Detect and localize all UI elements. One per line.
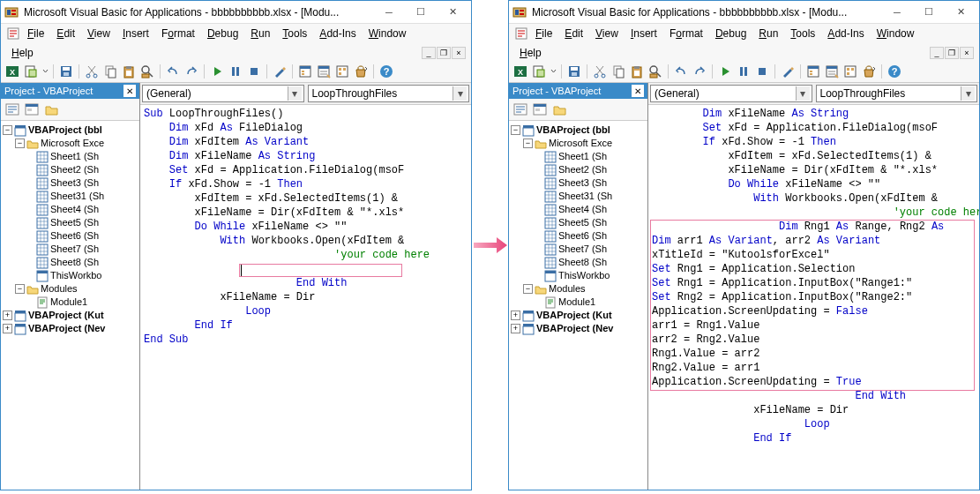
project-panel-close-icon[interactable]: ✕	[632, 85, 644, 97]
expander-icon[interactable]: −	[3, 125, 12, 135]
redo-icon[interactable]	[183, 64, 199, 79]
mdi-restore-button[interactable]: ❐	[945, 47, 959, 59]
project-tree[interactable]: −VBAProject (bbl −Microsoft Exce Sheet1 …	[509, 121, 647, 490]
menu-file[interactable]: File	[530, 26, 557, 41]
find-icon[interactable]	[139, 64, 155, 79]
menu-window[interactable]: Window	[872, 26, 920, 41]
project-panel-close-icon[interactable]: ✕	[123, 85, 136, 97]
break-icon[interactable]	[736, 64, 752, 79]
close-button[interactable]: ✕	[946, 3, 976, 22]
sheet-node[interactable]: Sheet1 (Sh	[3, 150, 138, 163]
sheet-node[interactable]: Sheet5 (Sh	[511, 216, 646, 229]
copy-icon[interactable]	[102, 64, 118, 79]
mdi-restore-button[interactable]: ❐	[437, 47, 451, 59]
mdi-minimize-button[interactable]: _	[422, 47, 436, 59]
cut-icon[interactable]	[592, 64, 608, 79]
expander-icon[interactable]: −	[15, 284, 25, 294]
sheet-node[interactable]: Sheet2 (Sh	[3, 163, 138, 176]
design-mode-icon[interactable]	[272, 64, 288, 79]
menu-run[interactable]: Run	[753, 26, 783, 41]
dropdown-arrow-icon[interactable]	[41, 64, 49, 79]
menu-run[interactable]: Run	[245, 26, 275, 41]
menu-view[interactable]: View	[590, 26, 624, 41]
mdi-close-button[interactable]: ×	[452, 47, 466, 59]
redo-icon[interactable]	[692, 64, 707, 79]
save-icon[interactable]	[566, 64, 582, 79]
view-object-icon[interactable]	[532, 101, 548, 117]
insert-icon[interactable]	[531, 64, 547, 79]
object-dropdown[interactable]: (General)	[650, 85, 812, 102]
object-dropdown[interactable]: (General)	[142, 85, 304, 102]
menu-debug[interactable]: Debug	[710, 26, 752, 41]
copy-icon[interactable]	[610, 64, 626, 79]
object-browser-icon[interactable]	[334, 64, 350, 79]
sheet-node[interactable]: Sheet3 (Sh	[511, 176, 646, 190]
reset-icon[interactable]	[246, 64, 262, 79]
view-excel-icon[interactable]: X	[512, 64, 528, 79]
menu-addins[interactable]: Add-Ins	[314, 26, 361, 41]
paste-icon[interactable]	[121, 64, 137, 79]
menu-view[interactable]: View	[82, 26, 116, 41]
menu-window[interactable]: Window	[363, 26, 412, 41]
toggle-folders-icon[interactable]	[551, 101, 567, 117]
project-explorer-icon[interactable]	[805, 64, 821, 79]
sheet-node[interactable]: Sheet7 (Sh	[3, 243, 138, 256]
code-editor[interactable]: Sub LoopThroughFiles() Dim xFd As FileDi…	[140, 105, 471, 490]
maximize-button[interactable]: ☐	[406, 3, 436, 22]
project-explorer-icon[interactable]	[297, 64, 313, 79]
toolbox-icon[interactable]	[861, 64, 877, 79]
maximize-button[interactable]: ☐	[914, 3, 944, 22]
expander-icon[interactable]: −	[523, 138, 533, 148]
toolbox-icon[interactable]	[353, 64, 369, 79]
menu-edit[interactable]: Edit	[559, 26, 588, 41]
sheet-node[interactable]: Sheet4 (Sh	[3, 203, 138, 216]
sheet-node[interactable]: Sheet5 (Sh	[3, 216, 138, 229]
sheet-node[interactable]: Sheet3 (Sh	[3, 176, 138, 190]
titlebar[interactable]: Microsoft Visual Basic for Applications …	[1, 1, 471, 24]
expander-icon[interactable]: +	[3, 324, 12, 333]
sheet-node[interactable]: Sheet8 (Sh	[511, 256, 646, 269]
menu-insert[interactable]: Insert	[625, 26, 662, 41]
break-icon[interactable]	[228, 64, 243, 79]
save-icon[interactable]	[58, 64, 74, 79]
view-excel-icon[interactable]: X	[4, 64, 20, 79]
expander-icon[interactable]: −	[523, 284, 533, 294]
procedure-dropdown[interactable]: LoopThroughFiles	[816, 85, 978, 102]
reset-icon[interactable]	[754, 64, 770, 79]
project-panel-title[interactable]: Project - VBAProject ✕	[1, 83, 139, 99]
expander-icon[interactable]: −	[511, 125, 520, 135]
run-icon[interactable]	[209, 64, 225, 79]
view-code-icon[interactable]	[4, 101, 20, 117]
menu-tools[interactable]: Tools	[277, 26, 312, 41]
sheet-node[interactable]: Sheet8 (Sh	[3, 256, 138, 269]
expander-icon[interactable]: −	[15, 138, 25, 148]
sheet-node[interactable]: Sheet31 (Sh	[3, 190, 138, 203]
close-button[interactable]: ✕	[438, 3, 468, 22]
dropdown-arrow-icon[interactable]	[550, 64, 557, 79]
titlebar[interactable]: Microsoft Visual Basic for Applications …	[509, 1, 979, 24]
code-editor[interactable]: Dim xFileName As String Set xFd = Applic…	[648, 105, 979, 490]
find-icon[interactable]	[647, 64, 663, 79]
menu-tools[interactable]: Tools	[785, 26, 820, 41]
properties-icon[interactable]	[316, 64, 332, 79]
procedure-dropdown[interactable]: LoopThroughFiles	[308, 85, 470, 102]
view-object-icon[interactable]	[24, 101, 40, 117]
menu-format[interactable]: Format	[156, 26, 200, 41]
view-code-icon[interactable]	[512, 101, 528, 117]
design-mode-icon[interactable]	[780, 64, 796, 79]
undo-icon[interactable]	[673, 64, 689, 79]
undo-icon[interactable]	[165, 64, 181, 79]
menu-debug[interactable]: Debug	[202, 26, 243, 41]
project-panel-title[interactable]: Project - VBAProject ✕	[509, 83, 647, 99]
object-browser-icon[interactable]	[842, 64, 858, 79]
menu-format[interactable]: Format	[664, 26, 708, 41]
cut-icon[interactable]	[84, 64, 100, 79]
expander-icon[interactable]: +	[511, 311, 520, 320]
paste-icon[interactable]	[629, 64, 645, 79]
menu-help[interactable]: Help	[6, 45, 39, 61]
sheet-node[interactable]: Sheet7 (Sh	[511, 243, 646, 256]
menu-file[interactable]: File	[22, 26, 49, 41]
expander-icon[interactable]: +	[3, 311, 12, 320]
menu-addins[interactable]: Add-Ins	[822, 26, 869, 41]
expander-icon[interactable]: +	[511, 324, 520, 333]
